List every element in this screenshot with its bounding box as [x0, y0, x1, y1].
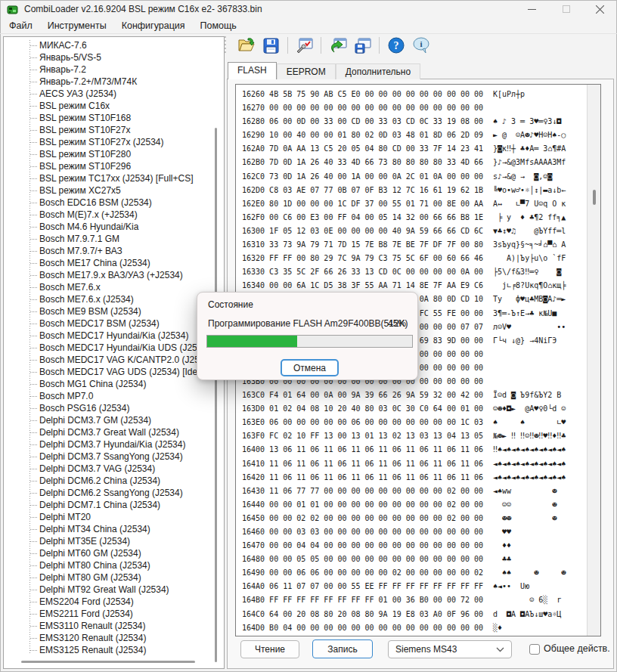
toolbar: ? i [224, 34, 614, 57]
hex-ascii: ╞ у ♦ ♣¶2 ff╕▲ [493, 211, 566, 225]
tree-branch-stub [30, 469, 37, 469]
tree-item[interactable]: Delphi MT92 Great Wall (J2534) [5, 584, 212, 596]
tree-horizontal-scrollbar[interactable] [21, 661, 195, 663]
hex-vertical-scrollbar[interactable] [587, 85, 600, 636]
hex-scrollbar-thumb[interactable] [593, 190, 596, 205]
tree-item[interactable]: EMS2211 Ford (J2534) [5, 608, 212, 620]
tree-item[interactable]: AECS УАЗ (J2534) [5, 88, 212, 100]
tree-item[interactable]: Delphi MT20 [5, 511, 212, 523]
tree-item[interactable]: Январь-7.2+/М73/М74К [5, 76, 212, 88]
tree-item[interactable]: Bosch MEDC17 VAG K/CANTP2.0 (J2534) [Ide… [5, 354, 212, 366]
tree-item[interactable]: EMS2204 Ford (J2534) [5, 596, 212, 608]
hex-bytes: FF FF FF FF FF FF FF FF 01 00 36 B0 00 0… [269, 596, 483, 604]
tree-item[interactable]: Delphi DCM3.7 SsangYong (J2534) [5, 451, 212, 463]
hex-address: 16300 [242, 227, 265, 235]
tree-item[interactable]: Delphi MT34 China (J2534) [5, 523, 212, 535]
tree-item[interactable]: Bosch MEDC17 BSM (J2534) [5, 317, 212, 330]
tree-item[interactable]: Delphi DCM3.7 Great Wall (J2534) [5, 426, 212, 438]
tree-branch-stub [30, 420, 37, 421]
tree-item[interactable]: Delphi DCM3.7 Hyundai/Kia (J2534) [5, 438, 212, 451]
tree-item[interactable]: BSL режим C16x [5, 100, 212, 112]
dialog-message: Программирование FLASH Am29F400BB(512K) [208, 318, 408, 329]
tree-item[interactable]: Январь-5/VS-5 [5, 51, 212, 63]
tree-item[interactable]: Bosch MEDC17 Hyundai/Kia UDS (J2534) [5, 342, 212, 354]
tree-item[interactable]: EMS3110 Renault (J2534) [5, 620, 212, 632]
cancel-button[interactable]: Отмена [281, 359, 339, 376]
tree-item[interactable]: Bosch MP7.0 [5, 390, 212, 402]
hex-bytes: 00 00 06 06 00 00 00 00 00 02 00 00 00 0… [269, 568, 483, 577]
hex-address: 16420 [242, 473, 265, 482]
tab-flash[interactable]: FLASH [228, 62, 277, 79]
tree-item[interactable]: BSL режим TC17xx (J2534) [Full+CS] [5, 172, 212, 184]
tree-item[interactable]: Delphi DCM3.7 GM (J2534) [5, 414, 212, 426]
tree-item[interactable]: Январь-7.2 [5, 63, 212, 76]
help-icon[interactable]: ? [385, 36, 407, 55]
tree-item[interactable]: Bosch ME17.9.x ВАЗ/УАЗ (+J2534) [5, 269, 212, 281]
tree-item[interactable]: МИКАС-7.6 [5, 39, 212, 51]
maximize-button[interactable] [549, 0, 583, 18]
tree-vertical-scrollbar[interactable] [215, 128, 217, 662]
hex-row: 1629010 00 40 00 00 01 80 02 0D 03 48 01… [242, 129, 586, 142]
tree-item[interactable]: Delphi DCM6.2 China (J2534) [5, 475, 212, 487]
hex-row: 1627000 00 00 00 00 00 00 00 00 00 00 00… [242, 101, 586, 115]
tree-item[interactable]: BSL режим ST10F27x [5, 124, 212, 136]
tab-additional[interactable]: Дополнительно [336, 63, 420, 79]
tree-item[interactable]: Bosch M4.6 Hyundai/Kia [5, 221, 212, 233]
about-icon[interactable]: i [410, 36, 432, 55]
tree-item[interactable]: Bosch M7.9.7/+ ВАЗ [5, 245, 212, 257]
tree-item[interactable]: BSL режим ST10F27x (J2534) [5, 136, 212, 148]
tree-item[interactable]: EMS3120 Renault (J2534) [5, 632, 212, 644]
save-file-icon[interactable] [260, 36, 282, 55]
write-to-ecu-icon[interactable] [352, 36, 374, 55]
tree-branch-stub [30, 190, 37, 191]
hex-ascii: А↔ ∟▀7 U☺q О к [493, 197, 566, 211]
menu-file[interactable]: Файл [2, 19, 40, 33]
tree-item[interactable]: BSL режим XC27x5 [5, 184, 212, 197]
hex-row: 1643011 06 77 77 00 00 00 00 00 00 00 00… [242, 485, 586, 498]
tree-item[interactable]: Bosch MEDC17 VAG UDS (J2534) [Ident] [5, 366, 212, 378]
tree-branch-stub [30, 299, 37, 300]
tree-item[interactable]: Bosch EDC16 BSM (J2534) [5, 197, 212, 209]
tree-item[interactable]: Bosch MEDC17 Hyundai/Kia (J2534) [5, 330, 212, 342]
device-select[interactable]: Siemens MS43 [388, 640, 512, 658]
hex-address: 16480 [242, 555, 265, 563]
tree-item[interactable]: Bosch MG1 China (J2534) [5, 378, 212, 390]
hex-address: 163E0 [242, 418, 265, 426]
hex-ascii: ◄♠ww ☻ [493, 485, 557, 498]
tree-item[interactable]: Delphi MT80 GM (J2534) [5, 571, 212, 584]
tree-item[interactable]: Delphi DCM7.1 China (J2534) [5, 499, 212, 511]
tree-item[interactable]: Bosch M(E)7.x (+J2534) [5, 209, 212, 221]
read-button[interactable]: Чтение [240, 640, 299, 658]
close-button[interactable] [583, 0, 617, 18]
tree-item[interactable]: Bosch ME7.6.x [5, 281, 212, 293]
tree-item[interactable]: BSL режим ST10F280 [5, 148, 212, 160]
minimize-button[interactable] [515, 0, 549, 18]
write-button[interactable]: Запись [312, 639, 373, 658]
tab-eeprom[interactable]: EEPROM [277, 63, 336, 79]
tree-item[interactable]: BSL режим ST10F296 [5, 160, 212, 172]
tree-item[interactable]: Bosch PSG16 (J2534) [5, 402, 212, 414]
menu-tools[interactable]: Инструменты [40, 19, 114, 33]
read-from-ecu-icon[interactable] [327, 36, 349, 55]
tree-branch-stub [30, 263, 37, 264]
tree-item[interactable]: Bosch ME17 China (J2534) [5, 257, 212, 269]
tree-item[interactable]: Delphi MT80 China (J2534) [5, 559, 212, 571]
menu-help[interactable]: Помощь [193, 19, 244, 33]
tree-item[interactable]: Delphi MT60 GM (J2534) [5, 547, 212, 559]
toolbar-grip[interactable] [224, 36, 228, 54]
tree-item[interactable]: Bosch M7.9.7.1 GM [5, 233, 212, 245]
tree-item[interactable]: Delphi DCM3.7 VAG (J2534) [5, 463, 212, 475]
tree-item[interactable]: BSL режим ST10F168 [5, 112, 212, 124]
tree-item[interactable]: Bosch ME9 BSM (J2534) [5, 305, 212, 317]
tree-branch-stub [30, 154, 37, 155]
common-action-checkbox[interactable] [529, 644, 540, 655]
hex-bytes: 11 06 11 06 11 06 11 06 11 06 11 06 11 0… [269, 473, 483, 482]
open-file-icon[interactable] [235, 36, 257, 55]
tree-item[interactable]: Bosch ME7.6.x (J2534) [5, 293, 212, 305]
menu-configuration[interactable]: Конфигурация [114, 19, 193, 33]
tree-item[interactable]: EMS3125 Renault (J2534) [5, 644, 212, 656]
hex-bytes: 4B 5B 75 90 AB C5 E0 00 00 00 00 00 00 0… [269, 90, 483, 98]
tree-item[interactable]: Delphi MT35E (J2534) [5, 535, 212, 547]
tree-item[interactable]: Delphi DCM6.2 SsangYong (J2534) [5, 487, 212, 499]
settings-icon[interactable] [293, 36, 315, 55]
